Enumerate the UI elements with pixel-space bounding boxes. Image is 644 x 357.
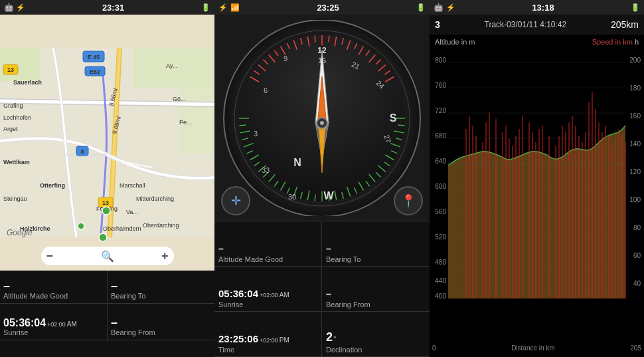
bearing-from-dash: – [111,316,211,328]
bearing-to-label: Bearing To [111,292,211,300]
svg-text:Marschall: Marschall [120,182,145,189]
map-status-icons-right: 🔋 [201,3,210,12]
usb-icon: ⚡ [16,3,25,12]
svg-text:Arget: Arget [3,126,18,132]
compass-status-icons-right: 🔋 [416,3,426,12]
comp-decl-deg: ° [333,334,336,342]
svg-text:Lochhofen: Lochhofen [3,114,31,121]
x-label-start: 0 [432,344,436,352]
compass-panel: ⚡ 📶 23:25 🔋 [214,0,430,357]
chart-status-icons-left: 🤖 ⚡ [434,3,455,12]
svg-text:9: 9 [283,55,287,62]
svg-text:E62: E62 [90,68,100,75]
map-view[interactable]: 13 E 45 E62 8 13 8.66mi 9.65mi Sauerlach… [0,15,214,271]
svg-text:33: 33 [262,166,270,174]
android-icon: 🤖 [4,3,14,12]
map-data-panel: – Altitude Made Good – Bearing To 05:36:… [0,271,214,357]
comp-sunrise-label: Sunrise [218,300,317,308]
svg-text:600: 600 [435,183,446,190]
compass-plus-button[interactable]: ✛ [221,186,250,215]
svg-line-55 [329,35,329,42]
svg-text:140: 140 [629,140,641,148]
usb-icon-2: ⚡ [218,3,228,12]
comp-sunrise-cell: 05:36:04 +02:00 AM Sunrise [214,267,322,312]
svg-text:Pe...: Pe... [179,119,192,126]
comp-time-offset: +02:00 [260,337,278,344]
zoom-out-icon[interactable]: − [46,249,54,263]
sunrise-ampm: AM [67,320,77,328]
svg-text:Sauerlach: Sauerlach [13,79,42,86]
comp-brg-to-dash: – [326,243,426,254]
svg-text:720: 720 [435,107,446,114]
comp-sunrise-time: 05:36:04 [218,289,258,300]
sunrise-label: Sunrise [3,328,104,336]
svg-text:640: 640 [435,158,446,165]
search-icon[interactable]: 🔍 [101,250,114,263]
bearing-to-cell: – Bearing To [108,271,214,303]
track-distance: 205km [611,19,639,30]
svg-point-37 [99,233,107,241]
compass-location-button[interactable]: 📍 [394,186,423,215]
comp-alt-dash: – [218,243,317,254]
svg-line-68 [398,125,405,126]
chart-legend: Altitude in m Speed in km h [430,35,644,49]
chart-time: 13:18 [532,3,554,13]
chart-canvas: 800 760 720 680 640 600 560 520 480 440 … [430,49,644,338]
comp-brg-to-label: Bearing To [326,255,426,263]
map-search-bar[interactable]: − 🔍 + [41,247,174,265]
svg-text:120: 120 [629,168,641,176]
svg-point-36 [102,207,110,215]
chart-status-icons-right: 🔋 [631,3,640,12]
comp-decl-value: 2 [326,331,333,344]
comp-time-ampm: PM [280,336,289,344]
svg-text:13: 13 [7,66,14,73]
svg-point-38 [78,223,84,229]
plus-icon: ✛ [231,193,241,208]
svg-text:Wettlkam: Wettlkam [3,159,30,166]
chart-panel: 🤖 ⚡ 13:18 🔋 3 Track-03/01/11 4:10:42 205… [430,0,644,357]
svg-text:40: 40 [633,280,641,287]
zoom-in-icon[interactable]: + [161,249,169,263]
comp-sunrise-offset: +02:00 [260,292,278,298]
svg-text:200: 200 [629,57,641,64]
svg-text:Gö...: Gö... [173,96,186,102]
svg-text:E 45: E 45 [88,54,100,60]
track-number: 3 [435,19,440,30]
battery-icon: 🔋 [201,3,210,12]
comp-altitude-cell: – Altitude Made Good [214,221,322,267]
svg-text:480: 480 [435,259,446,266]
sunrise-cell: 05:36:04 +02:00 AM Sunrise [0,304,108,340]
map-panel: 🤖 ⚡ 23:31 🔋 [0,0,214,357]
compass-status-icons-left: ⚡ 📶 [218,3,240,12]
comp-decl-label: Declination [326,346,426,354]
bearing-from-cell-top: – Bearing From [108,304,214,340]
compass-view: 12 15 S W N 21 24 27 30 33 3 6 9 [214,15,430,221]
chart-header: 3 Track-03/01/11 4:10:42 205km [430,15,644,35]
svg-text:680: 680 [435,132,446,140]
comp-time-cell: 23:25:06 +02:00 PM Time [214,312,322,357]
altitude-cell: – Altitude Made Good [0,271,108,303]
svg-text:520: 520 [435,233,446,241]
compass-data-panel: – Altitude Made Good – Bearing To 05:36:… [214,221,430,357]
map-time: 23:31 [102,3,124,13]
comp-alt-label: Altitude Made Good [218,255,317,263]
usb-icon-3: ⚡ [446,3,455,12]
chart-status-bar: 🤖 ⚡ 13:18 🔋 [430,0,644,15]
signal-icon: 📶 [230,3,240,12]
svg-text:6: 6 [264,86,268,94]
bearing-to-dash: – [111,280,211,292]
track-name: Track-03/01/11 4:10:42 [485,20,567,29]
svg-text:Va...: Va... [126,209,138,215]
battery-icon-3: 🔋 [631,3,640,12]
comp-bearing-from-cell: – Bearing From [322,267,430,312]
sunrise-time: 05:36:04 [3,318,46,328]
h-label: h [635,38,639,46]
svg-text:Otterfing: Otterfing [40,182,65,189]
comp-sunrise-ampm: AM [280,291,289,298]
map-status-icons-left: 🤖 ⚡ [4,3,25,12]
comp-time-value: 23:25:06 [218,334,258,345]
svg-text:560: 560 [435,208,446,215]
svg-text:60: 60 [633,252,641,259]
altitude-legend-label: Altitude in m [435,38,475,46]
sunrise-offset: +02:00 [47,321,66,328]
